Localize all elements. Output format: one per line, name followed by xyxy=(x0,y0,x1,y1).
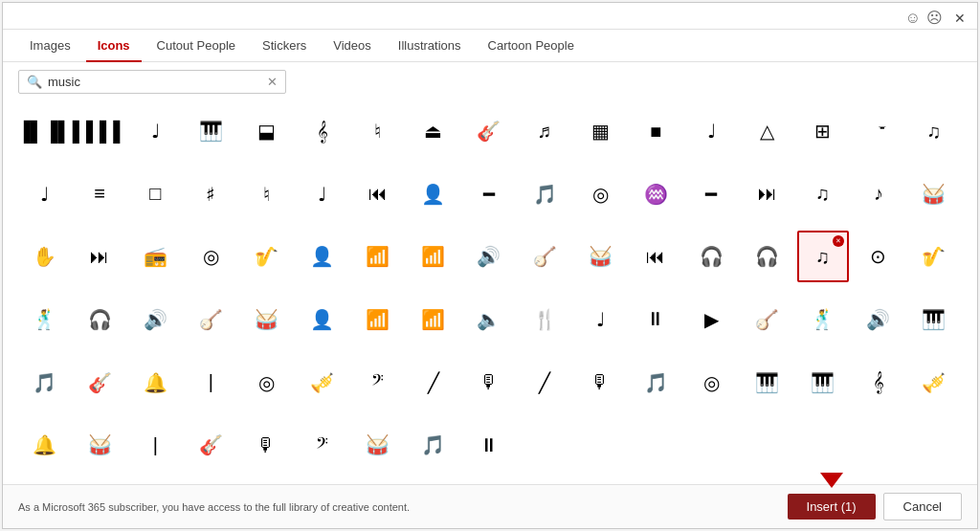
icon-cell-speaker[interactable]: 🔊 xyxy=(463,231,515,282)
tab-cutout-people[interactable]: Cutout People xyxy=(145,31,247,62)
icon-cell-speaker-low[interactable]: 🔈 xyxy=(463,294,515,345)
tab-icons[interactable]: Icons xyxy=(86,31,142,62)
icon-cell-signal2[interactable]: 📶 xyxy=(408,231,459,282)
icon-cell-xylophone[interactable]: ▐▌▐▌ xyxy=(18,105,70,157)
icon-cell-cd2[interactable]: ◎ xyxy=(685,357,737,409)
icon-cell-play[interactable]: ▶ xyxy=(685,294,737,345)
icon-cell-prev[interactable]: ⏮ xyxy=(630,231,681,282)
icon-cell-harp2[interactable]: ♬ xyxy=(519,105,570,157)
icon-cell-bars[interactable]: ▦ xyxy=(574,105,626,157)
icon-cell-ukulele[interactable]: 🪕 xyxy=(742,294,793,345)
icon-cell-note3[interactable]: ♩ xyxy=(18,168,70,220)
smiley-icon[interactable]: ☺ xyxy=(905,10,921,27)
icon-cell-note5[interactable]: 🎵 xyxy=(630,357,681,409)
icon-cell-cd[interactable]: ⊙ xyxy=(853,231,904,282)
icon-cell-guitar[interactable]: 𝄞 xyxy=(297,105,348,157)
icon-cell-divider[interactable]: ━ xyxy=(463,168,515,220)
icon-cell-speaker2[interactable]: 🔊 xyxy=(129,294,181,345)
icon-cell-pause[interactable]: ⏸ xyxy=(630,294,681,345)
icon-cell-eighth-note[interactable]: 🎵 xyxy=(408,419,459,471)
tab-stickers[interactable]: Stickers xyxy=(251,31,318,62)
icon-cell-recorder[interactable]: ╱ xyxy=(519,357,570,409)
tab-cartoon-people[interactable]: Cartoon People xyxy=(477,31,586,62)
icon-cell-headphones[interactable]: 🎧 xyxy=(685,231,737,282)
tab-illustrations[interactable]: Illustrations xyxy=(387,31,473,62)
icon-cell-guitar3[interactable]: ♯ xyxy=(185,168,236,220)
frown-icon[interactable]: ☹ xyxy=(926,9,943,27)
icon-cell-horn[interactable]: 🎺 xyxy=(908,357,960,409)
icon-cell-keyboard[interactable]: ▌▌▌▌ xyxy=(74,105,125,157)
icon-cell-banjo[interactable]: 🪕 xyxy=(519,231,570,282)
icon-cell-frame[interactable]: ⬓ xyxy=(240,105,292,157)
icon-cell-headphones2[interactable]: 🎧 xyxy=(742,231,793,282)
icon-cell-sax[interactable]: 🎷 xyxy=(240,231,292,282)
icon-cell-flute[interactable]: | xyxy=(185,357,236,409)
icon-cell-drums2[interactable]: 🥁 xyxy=(574,231,626,282)
icon-cell-stick[interactable]: | xyxy=(129,419,181,471)
icon-cell-stop[interactable]: ■ xyxy=(630,105,681,157)
icon-cell-tuner1[interactable]: 📶 xyxy=(352,294,404,345)
icon-cell-vinyl2[interactable]: ◎ xyxy=(185,231,236,282)
search-input[interactable] xyxy=(48,75,267,89)
close-button[interactable]: ✕ xyxy=(950,9,969,27)
icon-cell-electric-guitar[interactable]: 🎸 xyxy=(74,357,125,409)
icon-cell-forward[interactable]: ⏭ xyxy=(742,168,793,220)
icon-cell-music-notes[interactable]: ♫ xyxy=(797,168,849,220)
cancel-button[interactable]: Cancel xyxy=(883,493,962,520)
icon-cell-dancer2[interactable]: 🕺 xyxy=(18,294,70,345)
icon-cell-eject[interactable]: ⏏ xyxy=(408,105,459,157)
icon-cell-piano[interactable]: ♩ xyxy=(129,105,181,157)
icon-cell-person2[interactable]: 👤 xyxy=(297,231,348,282)
icon-cell-person[interactable]: 👤 xyxy=(408,168,459,220)
icon-cell-note4[interactable]: ♩ xyxy=(297,168,348,220)
icon-cell-mic2[interactable]: 🎙 xyxy=(574,357,626,409)
icon-cell-harp[interactable]: ♮ xyxy=(352,105,404,157)
icon-cell-music-note[interactable]: 🎵 xyxy=(18,357,70,409)
icon-cell-record[interactable]: ◎ xyxy=(240,357,292,409)
icon-cell-bass-clef[interactable]: 𝄢 xyxy=(352,357,404,409)
tab-videos[interactable]: Videos xyxy=(322,31,383,62)
icon-cell-gong[interactable]: ⊞ xyxy=(797,105,849,157)
icon-cell-headset[interactable]: 🎧 xyxy=(74,294,125,345)
icon-cell-piano2[interactable]: 🎹 xyxy=(185,105,236,157)
icon-cell-equalizer[interactable]: ≡ xyxy=(74,168,125,220)
icon-cell-tuner2[interactable]: 📶 xyxy=(408,294,459,345)
icon-cell-dancer[interactable]: ♒ xyxy=(630,168,681,220)
icon-cell-baton[interactable]: ╱ xyxy=(408,357,459,409)
icon-cell-snare[interactable]: 🥁 xyxy=(240,294,292,345)
icon-cell-bass[interactable]: 🎸 xyxy=(185,419,236,471)
icon-cell-banjo2[interactable]: 🪕 xyxy=(185,294,236,345)
icon-cell-notes[interactable]: ♫ xyxy=(908,105,960,157)
icon-cell-pause2[interactable]: ⏸ xyxy=(463,419,515,471)
icon-cell-accordion[interactable]: 🎹 xyxy=(797,357,849,409)
icon-cell-mic[interactable]: 🎙 xyxy=(463,357,515,409)
icon-cell-sheet[interactable]: ♪ xyxy=(853,168,904,220)
icon-cell-tuning-fork[interactable]: 🍴 xyxy=(519,294,570,345)
icon-cell-bells[interactable]: 🔔 xyxy=(129,357,181,409)
icon-cell-bass-clef2[interactable]: 𝄢 xyxy=(297,419,348,471)
icon-cell-note2[interactable]: 𝄻 xyxy=(853,105,904,157)
icon-cell-full-drums[interactable]: 🥁 xyxy=(352,419,404,471)
icon-cell-keyboard2[interactable]: 🎹 xyxy=(908,294,960,345)
icon-cell-skip[interactable]: ⏭ xyxy=(74,231,125,282)
icon-cell-radio[interactable]: 📻 xyxy=(129,231,181,282)
tab-images[interactable]: Images xyxy=(18,31,82,62)
icon-cell-note[interactable]: ♩ xyxy=(685,105,737,157)
icon-cell-cable[interactable]: ━ xyxy=(685,168,737,220)
icon-cell-bell2[interactable]: 🔔 xyxy=(18,419,70,471)
clear-icon[interactable]: ✕ xyxy=(267,75,278,89)
icon-cell-signal1[interactable]: 📶 xyxy=(352,231,404,282)
icon-cell-piano-keys[interactable]: 🎹 xyxy=(742,357,793,409)
icon-cell-loudspeaker[interactable]: 🔊 xyxy=(853,294,904,345)
icon-cell-drum[interactable]: 🥁 xyxy=(908,168,960,220)
insert-button[interactable]: Insert (1) xyxy=(788,494,876,520)
icon-cell-guitar2[interactable]: 🎸 xyxy=(463,105,515,157)
icon-cell-studio-mic[interactable]: 🎙 xyxy=(240,419,292,471)
icon-cell-rewind[interactable]: ⏮ xyxy=(352,168,404,220)
icon-cell-quarter-note[interactable]: ♩ xyxy=(574,294,626,345)
icon-cell-treble-clef[interactable]: 𝄞 xyxy=(853,357,904,409)
icon-cell-vinyl[interactable]: 🎵 xyxy=(519,168,570,220)
icon-cell-drumset[interactable]: 🥁 xyxy=(74,419,125,471)
icon-cell-selected-notes[interactable]: ♫ xyxy=(797,231,849,282)
icon-cell-clarinet[interactable]: 🎷 xyxy=(908,231,960,282)
